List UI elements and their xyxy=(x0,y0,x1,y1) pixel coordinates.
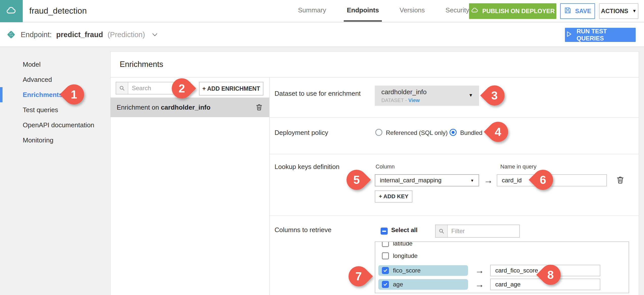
section-divider xyxy=(270,154,639,154)
caret-down-icon: ▼ xyxy=(468,93,473,98)
dataset-subtitle: DATASET - View xyxy=(381,97,420,103)
sidebar-item-model[interactable]: Model xyxy=(0,57,110,72)
endpoint-diamond-icon xyxy=(6,30,16,40)
columns-listbox[interactable]: latitude longitude fico_score → xyxy=(375,241,629,293)
column-header: Column xyxy=(376,163,395,170)
delete-enrichment-trash-icon[interactable] xyxy=(255,103,263,111)
annotation-badge-3: 3 xyxy=(484,85,505,106)
tab-summary[interactable]: Summary xyxy=(295,0,329,22)
columns-to-retrieve-label: Columns to retrieve xyxy=(275,226,331,234)
endpoint-prefix: Endpoint: xyxy=(21,31,52,39)
checkbox-longitude[interactable] xyxy=(382,252,389,259)
indeterminate-minus-icon xyxy=(382,231,386,232)
actions-button[interactable]: ACTIONS ▼ xyxy=(599,3,638,19)
play-icon xyxy=(565,30,573,39)
save-button[interactable]: SAVE xyxy=(560,3,595,19)
radio-bundled-label: Bundled xyxy=(460,129,482,136)
app-logo[interactable] xyxy=(0,0,23,22)
search-icon xyxy=(436,225,448,237)
annotation-badge-2: 2 xyxy=(172,78,192,99)
checkbox-latitude[interactable] xyxy=(382,241,389,247)
radio-bundled[interactable] xyxy=(450,129,457,136)
lookup-column-select[interactable]: internal_card_mapping ▼ xyxy=(375,174,479,186)
add-key-button[interactable]: + ADD KEY xyxy=(375,190,412,203)
sidebar-item-monitoring[interactable]: Monitoring xyxy=(0,133,110,148)
add-enrichment-button[interactable]: + ADD ENRICHMENT xyxy=(199,82,263,95)
cloud-icon xyxy=(471,6,479,16)
tab-versions[interactable]: Versions xyxy=(397,0,428,22)
column-name: age xyxy=(393,281,403,288)
endpoint-selector[interactable]: Endpoint: predict_fraud (Prediction) xyxy=(6,23,159,46)
enrichment-item-label: Enrichment on cardholder_info xyxy=(117,104,210,111)
sidebar-item-test-queries[interactable]: Test queries xyxy=(0,102,110,117)
sidebar-item-advanced[interactable]: Advanced xyxy=(0,72,110,87)
column-row-fico-score[interactable]: fico_score → xyxy=(378,265,600,276)
annotation-badge-8: 8 xyxy=(540,265,561,285)
annotation-badge-5: 5 xyxy=(346,170,367,190)
column-row-latitude[interactable]: latitude xyxy=(378,241,468,249)
caret-down-icon: ▼ xyxy=(470,178,474,183)
annotation-badge-1: 1 xyxy=(64,84,84,105)
tab-endpoints[interactable]: Endpoints xyxy=(344,0,382,22)
name-in-query-header: Name in query xyxy=(500,163,536,170)
radio-referenced[interactable] xyxy=(375,129,382,136)
page-title: fraud_detection xyxy=(29,0,87,22)
cloud-icon xyxy=(6,5,17,17)
endpoint-bar: Endpoint: predict_fraud (Prediction) RUN… xyxy=(0,23,644,47)
sidebar-item-enrichments[interactable]: Enrichments xyxy=(0,87,110,102)
screen: fraud_detection Summary Endpoints Versio… xyxy=(0,0,644,295)
tab-security[interactable]: Security xyxy=(442,0,472,22)
top-header: fraud_detection Summary Endpoints Versio… xyxy=(0,0,644,22)
delete-key-trash-icon[interactable] xyxy=(616,176,625,185)
select-all-checkbox[interactable] xyxy=(381,228,388,235)
panel-title: Enrichments xyxy=(111,52,639,78)
radio-referenced-label: Referenced (SQL only) xyxy=(386,129,448,136)
filter-input[interactable] xyxy=(448,225,519,237)
lookup-keys-label: Lookup keys definition xyxy=(275,163,339,171)
column-row-age[interactable]: age → xyxy=(378,279,600,290)
annotation-badge-7: 7 xyxy=(349,266,369,286)
dataset-select[interactable]: cardholder_info DATASET - View ▼ xyxy=(375,86,479,106)
run-test-queries-button[interactable]: RUN TEST QUERIES xyxy=(565,28,636,42)
search-icon xyxy=(116,82,128,94)
publish-on-deployer-button[interactable]: PUBLISH ON DEPLOYER xyxy=(469,3,556,19)
column-name: longitude xyxy=(393,252,417,259)
annotation-badge-4: 4 xyxy=(488,122,508,142)
lookup-column-value: internal_card_mapping xyxy=(380,177,470,184)
arrow-right-icon: → xyxy=(484,175,493,186)
dataset-section-label: Dataset to use for enrichment xyxy=(275,90,361,97)
select-all-label: Select all xyxy=(391,227,417,234)
arrow-right-icon: → xyxy=(475,265,484,276)
deployment-policy-label: Deployment policy xyxy=(275,129,328,137)
column-name: fico_score xyxy=(393,267,420,274)
checkbox-age[interactable] xyxy=(382,281,389,288)
annotation-badge-6: 6 xyxy=(533,170,553,190)
header-tabs: Summary Endpoints Versions Security xyxy=(295,0,472,22)
column-row-longitude[interactable]: longitude xyxy=(378,251,468,261)
endpoint-type: (Prediction) xyxy=(108,31,145,39)
checkbox-fico-score[interactable] xyxy=(382,267,389,274)
vertical-divider xyxy=(269,78,270,295)
endpoint-name: predict_fraud xyxy=(56,31,103,39)
view-dataset-link[interactable]: View xyxy=(408,97,420,103)
column-name: latitude xyxy=(393,241,412,247)
section-divider xyxy=(270,215,639,216)
caret-down-icon: ▼ xyxy=(632,9,637,14)
sidebar: Model Advanced Enrichments Test queries … xyxy=(0,57,110,148)
enrichment-list-item[interactable]: Enrichment on cardholder_info xyxy=(111,97,269,117)
dataset-value: cardholder_info xyxy=(381,88,427,96)
column-filter xyxy=(435,225,520,238)
floppy-icon xyxy=(564,7,572,16)
arrow-right-icon: → xyxy=(475,279,484,290)
section-divider xyxy=(270,117,639,118)
chevron-down-icon[interactable] xyxy=(150,31,159,38)
sidebar-item-openapi-documentation[interactable]: OpenAPI documentation xyxy=(0,117,110,133)
